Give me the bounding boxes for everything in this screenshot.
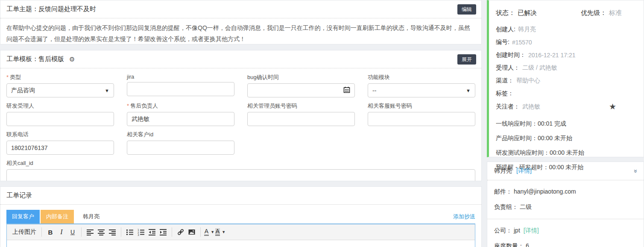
field-rd-handler: 研发受理人	[6, 102, 114, 126]
admin-password-label: 相关管理员账号密码	[247, 102, 355, 110]
created-time-row: 创建时间：2016-12-21 17:21	[496, 51, 635, 59]
align-center-icon[interactable]	[96, 226, 107, 238]
tab-internal-note[interactable]: 内部备注	[41, 210, 74, 223]
svg-text:3: 3	[138, 233, 139, 236]
status-value: 已解决	[518, 9, 537, 16]
bug-time-input[interactable]	[247, 83, 355, 97]
font-color-button[interactable]: A▼	[204, 226, 215, 238]
tab-reply-customer[interactable]: 回复客户	[6, 210, 40, 223]
field-bug-confirm-time: bug确认时间	[247, 74, 355, 97]
align-right-icon[interactable]	[107, 226, 118, 238]
form-row-3: 联系电话 相关客户id	[6, 131, 475, 155]
subject-header: 工单主题：反馈问题处理不及时 编辑	[0, 0, 481, 18]
field-call-id: 相关call_id	[6, 159, 475, 181]
customer-id-label: 相关客户id	[127, 131, 234, 138]
ticket-main-column: 工单主题：反馈问题处理不及时 编辑 在帮助中心提交的问题，由于我们收不到你们那边…	[0, 0, 482, 247]
subject-title: 工单主题：反馈问题处理不及时	[6, 5, 96, 13]
field-jira: jira	[127, 74, 234, 97]
gear-icon[interactable]: ⚙	[69, 56, 75, 63]
toolbar-divider	[81, 227, 82, 237]
requester-card: 韩月亮 [详情] » 邮件：hanyl@jinpiaotong.com 负责组：…	[487, 162, 644, 247]
followers-row: 关注者：武艳敏★	[496, 103, 635, 111]
status-priority-row: 状态：已解决 优先级：标准	[496, 9, 635, 17]
timer-product-response: 产品响应时间：00:00 未开始	[496, 135, 635, 142]
priority-value[interactable]: 标准	[609, 9, 622, 16]
toolbar-divider	[41, 227, 42, 237]
phone-label: 联系电话	[6, 131, 114, 138]
call-id-textarea[interactable]	[6, 169, 475, 181]
form-row-4: 相关call_id	[6, 159, 475, 181]
numbered-list-icon[interactable]: 123	[135, 226, 146, 238]
requester-detail-link[interactable]: [详情]	[516, 167, 532, 175]
toolbar-divider	[172, 227, 172, 237]
jira-label: jira	[127, 74, 234, 80]
ticket-description: 在帮助中心提交的问题，由于我们收不到你们那边回复消息的提醒，不像QQ一样，会自动…	[0, 18, 481, 48]
subject-text: 反馈问题处理不及时	[38, 5, 96, 12]
ticket-sidebar: 状态：已解决 优先级：标准 创建人:韩月亮 编号:#15570 创建时间：201…	[487, 0, 644, 247]
edit-button[interactable]: 编辑	[457, 4, 476, 15]
company-detail-link[interactable]: [详情]	[524, 227, 539, 234]
phone-input[interactable]	[6, 141, 114, 155]
calendar-icon[interactable]	[343, 86, 350, 94]
rd-handler-label: 研发受理人	[6, 102, 114, 110]
seats-row: 座席数量：6	[487, 235, 644, 247]
jira-input[interactable]	[127, 82, 234, 96]
template-card: 工单模板：售后模版 ⚙ 展开 *类型 产品咨询▼ jira bug确认时间	[0, 50, 482, 181]
records-header: 工单记录	[0, 187, 481, 205]
customer-id-input[interactable]	[127, 141, 234, 155]
template-title: 工单模板：售后模版	[6, 55, 64, 63]
priority-field: 优先级：标准	[581, 9, 622, 17]
ticket-number-row: 编号:#15570	[496, 38, 635, 46]
records-title: 工单记录	[6, 191, 32, 200]
channel-row: 渠道：帮助中心	[496, 77, 635, 85]
insert-link-icon[interactable]	[175, 226, 186, 238]
admin-password-input[interactable]	[247, 112, 355, 126]
type-select-value: 产品咨询	[11, 87, 35, 94]
editor-content-area[interactable]	[7, 240, 475, 247]
status-field: 状态：已解决	[496, 9, 581, 17]
underline-button[interactable]: U	[67, 226, 78, 238]
bold-button[interactable]: B	[45, 226, 56, 238]
field-customer-id: 相关客户id	[127, 131, 234, 155]
module-select[interactable]: --▼	[368, 83, 475, 97]
email-row: 邮件：hanyl@jinpiaotong.com	[487, 180, 644, 196]
requester-name: 韩月亮	[494, 167, 512, 175]
reply-tabs: 回复客户 内部备注 韩月亮 添加抄送	[6, 210, 475, 224]
toolbar-divider	[121, 227, 121, 237]
bullet-list-icon[interactable]	[124, 226, 135, 238]
insert-image-icon[interactable]	[186, 226, 197, 238]
indent-icon[interactable]	[158, 226, 169, 238]
priority-label: 优先级：	[581, 9, 606, 16]
records-card: 工单记录 回复客户 内部备注 韩月亮 添加抄送 上传图片 B I U 123	[0, 186, 482, 247]
star-icon[interactable]: ★	[609, 103, 616, 111]
handler-row: 受理人：二级 / 武艳敏	[496, 64, 635, 72]
field-phone: 联系电话	[6, 131, 114, 155]
outdent-icon[interactable]	[146, 226, 158, 238]
tab-requester[interactable]: 韩月亮	[77, 210, 105, 223]
upload-image-button[interactable]: 上传图片	[10, 226, 38, 238]
agent-password-input[interactable]	[368, 112, 475, 126]
seats-value: 6	[526, 242, 529, 247]
field-aftersale-owner: *售后负责人	[127, 102, 234, 126]
required-mark: *	[127, 103, 129, 109]
bug-time-label: bug确认时间	[247, 74, 355, 81]
double-chevron-down-icon[interactable]: »	[632, 169, 639, 173]
ticket-form: *类型 产品咨询▼ jira bug确认时间	[0, 68, 481, 181]
chevron-down-icon: ▼	[211, 230, 214, 234]
type-select[interactable]: 产品咨询▼	[6, 83, 114, 97]
rd-handler-input[interactable]	[6, 112, 114, 126]
group-row: 负责组：二级	[487, 196, 644, 211]
call-id-label: 相关call_id	[6, 159, 475, 167]
timer-rd-test-response: 研发测试响应时间：00:00 未开始	[496, 149, 635, 157]
add-cc-link[interactable]: 添加抄送	[453, 213, 475, 223]
rich-text-editor: 上传图片 B I U 123 A▼ A▼	[6, 224, 475, 247]
aftersale-owner-input[interactable]	[127, 112, 234, 126]
company-value: jpt	[514, 227, 520, 234]
timer-first-response: 一线响应时间：00:01 完成	[496, 120, 635, 128]
subject-label: 工单主题：	[6, 5, 38, 12]
italic-button[interactable]: I	[56, 226, 67, 238]
status-label: 状态：	[496, 9, 515, 16]
bg-color-button[interactable]: A▼	[215, 226, 226, 238]
expand-button[interactable]: 展开	[457, 54, 476, 65]
align-left-icon[interactable]	[85, 226, 96, 238]
